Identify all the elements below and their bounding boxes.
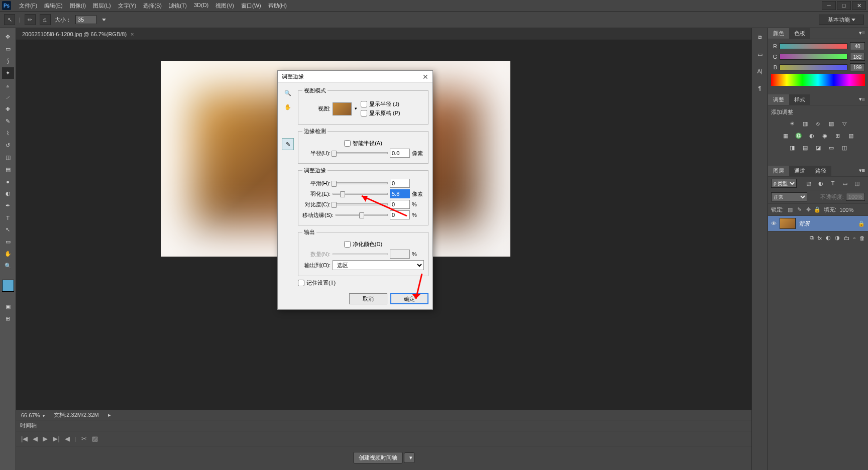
gradient-tool[interactable]: ▤ — [2, 164, 14, 175]
filter-smart-icon[interactable]: ◫ — [852, 179, 862, 188]
smart-radius-checkbox[interactable] — [344, 140, 351, 147]
brightness-icon[interactable]: ☀ — [787, 119, 797, 128]
smooth-input[interactable] — [390, 179, 410, 188]
pen-tool[interactable]: ✒ — [2, 200, 14, 211]
maximize-button[interactable]: □ — [837, 1, 851, 10]
lock-pos-icon[interactable]: ✥ — [805, 206, 812, 213]
link-layers-icon[interactable]: ⧉ — [810, 234, 814, 241]
fill-value[interactable]: 100% — [839, 207, 853, 213]
view-thumbnail[interactable] — [333, 102, 352, 115]
menu-filter[interactable]: 滤镜(T) — [166, 1, 190, 11]
bw-icon[interactable]: ◐ — [807, 131, 817, 140]
dodge-tool[interactable]: ◐ — [2, 188, 14, 199]
eyedropper-tool[interactable]: ⟋ — [2, 91, 14, 103]
info-arrow-icon[interactable]: ▸ — [108, 412, 111, 418]
zoom-level[interactable]: 66.67% — [21, 412, 45, 418]
refine-brush-tool[interactable]: ✎ — [282, 138, 294, 150]
show-radius-checkbox[interactable] — [361, 101, 367, 107]
layer-name[interactable]: 背景 — [799, 220, 810, 227]
color-tab[interactable]: 颜色 — [768, 28, 789, 39]
opacity-value[interactable]: 100% — [846, 193, 865, 201]
paragraph-dock-icon[interactable]: ¶ — [755, 84, 765, 92]
menu-type[interactable]: 文字(Y) — [115, 1, 140, 11]
menu-help[interactable]: 帮助(H) — [265, 1, 290, 11]
blend-mode-select[interactable]: 正常 — [771, 192, 807, 201]
contrast-slider[interactable] — [333, 203, 388, 205]
document-tab[interactable]: 200625105l8-6-1200.jpg @ 66.7%(RGB/8) × — [16, 28, 751, 40]
lock-pixels-icon[interactable]: ✎ — [796, 206, 803, 213]
visibility-icon[interactable]: 👁 — [771, 220, 777, 226]
screenmode-tool[interactable]: ⊞ — [2, 313, 14, 324]
decontaminate-checkbox[interactable] — [344, 241, 351, 248]
vibrance-icon[interactable]: ▽ — [839, 119, 849, 128]
hue-icon[interactable]: ▦ — [781, 131, 791, 140]
zoom-tool-icon[interactable]: 🔍 — [282, 87, 294, 99]
brush-tool[interactable]: ✎ — [2, 115, 14, 127]
levels-icon[interactable]: ▥ — [800, 119, 810, 128]
invert-icon[interactable]: ◨ — [787, 143, 797, 152]
move-tool[interactable]: ✥ — [2, 31, 14, 43]
ok-button[interactable]: 确定 — [390, 293, 428, 304]
size-dropdown-icon[interactable] — [102, 19, 106, 21]
threshold-icon[interactable]: ◪ — [813, 143, 823, 152]
zoom-tool[interactable]: 🔍 — [2, 260, 14, 272]
radius-input[interactable] — [390, 149, 410, 158]
menu-edit[interactable]: 编辑(E) — [41, 1, 66, 11]
filter-pixel-icon[interactable]: ▧ — [804, 179, 814, 188]
feather-input[interactable] — [390, 189, 410, 198]
create-timeline-button[interactable]: 创建视频时间轴 — [353, 452, 403, 463]
styles-tab[interactable]: 样式 — [789, 94, 810, 105]
gradient-map-icon[interactable]: ▭ — [826, 143, 836, 152]
lookup-icon[interactable]: ▧ — [846, 131, 856, 140]
paths-tab[interactable]: 路径 — [810, 166, 831, 176]
menu-file[interactable]: 文件(F) — [16, 1, 40, 11]
next-frame-icon[interactable]: ▶| — [53, 435, 59, 442]
smooth-slider[interactable] — [333, 182, 388, 184]
quick-select-tool[interactable]: ✦ — [2, 67, 14, 79]
photo-filter-icon[interactable]: ◉ — [820, 131, 830, 140]
menu-view[interactable]: 视图(V) — [212, 1, 237, 11]
fx-icon[interactable]: fx — [818, 235, 822, 241]
character-dock-icon[interactable]: A| — [755, 67, 765, 75]
b-input[interactable] — [850, 63, 865, 71]
tab-close-icon[interactable]: × — [131, 31, 134, 37]
layers-tab[interactable]: 图层 — [768, 166, 789, 176]
swatches-tab[interactable]: 色板 — [789, 28, 810, 39]
balance-icon[interactable]: ♎ — [794, 131, 804, 140]
new-layer-icon[interactable]: ▫ — [853, 235, 855, 241]
mask-icon[interactable]: ◐ — [826, 234, 831, 241]
dialog-close-icon[interactable]: ✕ — [422, 73, 428, 81]
layer-kind-select[interactable]: ρ 类型 — [771, 179, 797, 188]
close-button[interactable]: ✕ — [852, 1, 866, 10]
properties-dock-icon[interactable]: ▭ — [755, 50, 765, 58]
cancel-button[interactable]: 取消 — [349, 293, 387, 304]
type-tool[interactable]: T — [2, 212, 14, 223]
lasso-tool[interactable]: ⟆ — [2, 55, 14, 67]
prev-frame-icon[interactable]: ◀ — [33, 435, 38, 442]
marquee-tool[interactable]: ▭ — [2, 43, 14, 55]
r-slider[interactable] — [780, 43, 847, 49]
r-input[interactable] — [850, 42, 865, 50]
posterize-icon[interactable]: ▤ — [800, 143, 810, 152]
blur-tool[interactable]: ● — [2, 176, 14, 187]
menu-layer[interactable]: 图层(L) — [90, 1, 114, 11]
goto-first-icon[interactable]: |◀ — [21, 435, 28, 442]
fill-adj-icon[interactable]: ◑ — [835, 234, 840, 241]
g-slider[interactable] — [780, 54, 847, 60]
transition-icon[interactable]: ▨ — [92, 435, 98, 442]
hand-tool-icon[interactable]: ✋ — [282, 101, 294, 113]
shape-tool[interactable]: ▭ — [2, 236, 14, 248]
remember-checkbox[interactable] — [298, 280, 304, 286]
adj-menu-icon[interactable]: ▾≡ — [856, 94, 868, 105]
show-original-checkbox[interactable] — [361, 110, 367, 116]
workspace-switcher[interactable]: 基本功能 — [819, 15, 864, 25]
selective-icon[interactable]: ◫ — [839, 143, 849, 152]
create-timeline-dropdown[interactable]: ▾ — [404, 452, 415, 463]
minimize-button[interactable]: ─ — [822, 1, 836, 10]
history-brush-tool[interactable]: ↺ — [2, 140, 14, 151]
menu-select[interactable]: 选择(S) — [140, 1, 165, 11]
delete-layer-icon[interactable]: 🗑 — [859, 235, 865, 241]
channels-tab[interactable]: 通道 — [789, 166, 810, 176]
quickmask-tool[interactable]: ▣ — [2, 301, 14, 312]
dialog-titlebar[interactable]: 调整边缘 ✕ — [278, 71, 432, 83]
